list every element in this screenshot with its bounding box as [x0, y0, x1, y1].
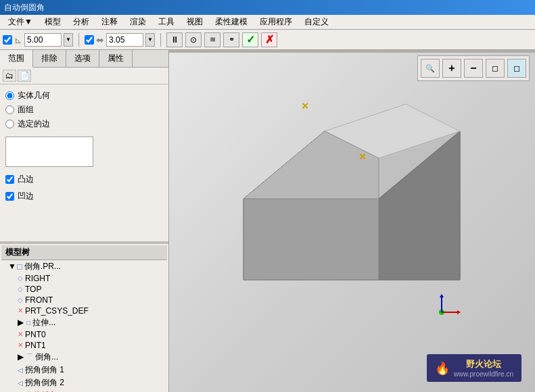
plane-icon-right: ◇	[18, 274, 23, 282]
tree-item-round[interactable]: ▶ ⌒ 倒角...	[16, 351, 167, 364]
viewport-toolbar: 🔍 + − ◻ ◻	[417, 55, 530, 81]
tree-item-chamfer2[interactable]: ◁ 拐角倒角 2	[16, 376, 167, 389]
value-input-2[interactable]: 3.05	[106, 33, 143, 47]
value-input-1[interactable]: 5.00	[24, 33, 62, 47]
tree-item-top[interactable]: ◇ TOP	[16, 284, 167, 295]
radio-surface[interactable]: 面组	[5, 104, 163, 116]
tab-options[interactable]: 选项	[66, 50, 99, 67]
viewport[interactable]: ✕ ✕ 🔍 + − ◻ ◻ 🔥 野火论坛	[169, 50, 535, 392]
tree-item-front[interactable]: ◇ FRONT	[16, 295, 167, 305]
model-tree: 模型树 ▼ □ 倒角.PR... ◇ RIGHT ◇ TOP	[0, 244, 168, 393]
svg-marker-8	[457, 310, 461, 314]
title-text: 自动倒圆角	[4, 2, 45, 14]
icon-btn-1[interactable]: 🗂	[3, 70, 16, 82]
csys-icon: ✕	[18, 307, 23, 314]
concave-label: 凹边	[18, 191, 34, 202]
tree-item-extrude[interactable]: ▶ □ 拉伸...	[16, 316, 167, 329]
menu-custom[interactable]: 自定义	[299, 15, 334, 29]
radio-selected-edges[interactable]: 选定的边	[5, 118, 163, 130]
model-tree-label: 模型树	[1, 245, 167, 260]
dropdown-arrow-2[interactable]: ▼	[145, 33, 155, 47]
icon-toolbar: 🗂 📄	[0, 68, 168, 84]
toolbar-group-2: ⬌ 3.05 ▼	[85, 33, 155, 47]
radio-solid-geometry[interactable]: 实体几何	[5, 90, 163, 101]
separator-2	[160, 33, 161, 47]
checkbox-2[interactable]	[85, 35, 94, 45]
vp-zoom-in[interactable]: +	[442, 59, 461, 78]
tree-label-root: 倒角.PR...	[24, 261, 61, 272]
plane-icon-front: ◇	[18, 296, 23, 303]
menu-apps[interactable]: 应用程序	[254, 15, 298, 29]
menu-annotate[interactable]: 注释	[96, 15, 123, 29]
menu-file[interactable]: 文件▼	[3, 15, 38, 29]
tree-item-prt[interactable]: ✕ PRT_CSYS_DEF	[16, 305, 167, 316]
menu-bar: 文件▼ 模型 分析 注释 渲染 工具 视图 柔性建模 应用程序 自定义	[0, 15, 535, 30]
menu-model[interactable]: 模型	[39, 15, 66, 29]
coord-axes	[423, 294, 461, 331]
menu-analyze[interactable]: 分析	[68, 15, 95, 29]
marker-x-1: ✕	[301, 101, 309, 112]
tree-label-front: FRONT	[25, 295, 53, 305]
tree-item-pnt1[interactable]: ✕ PNT1	[16, 340, 167, 351]
root-icon: □	[17, 262, 22, 272]
watermark: 🔥 野火论坛 www.proewildfire.cn	[427, 354, 521, 382]
tree-label-right: RIGHT	[25, 274, 50, 283]
vp-view-3d[interactable]: ◻	[486, 59, 505, 78]
pause-button[interactable]: ⏸	[166, 32, 183, 47]
pnt1-icon: ✕	[18, 341, 23, 349]
wavy-button[interactable]: ≋	[204, 32, 220, 47]
vp-zoom-out[interactable]: −	[464, 59, 483, 78]
selection-box[interactable]	[5, 137, 93, 167]
tab-exclude[interactable]: 排除	[33, 50, 66, 67]
link-button[interactable]: ⚭	[223, 32, 239, 47]
concave-checkbox[interactable]	[5, 192, 14, 201]
radio-label-solid: 实体几何	[18, 90, 50, 101]
vp-view-shade[interactable]: ◻	[507, 59, 526, 78]
toolbar: ⊾ 5.00 ▼ ⬌ 3.05 ▼ ⏸ ⊙ ≋ ⚭ ✓ ✗	[0, 30, 535, 50]
tabs: 范围 排除 选项 属性	[0, 50, 168, 68]
cancel-button[interactable]: ✗	[261, 32, 277, 47]
tree-label-pnt1: PNT1	[25, 341, 46, 350]
tree-label-chamfer1: 拐角倒角 1	[25, 364, 64, 376]
chamfer1-icon: ◁	[18, 366, 23, 374]
viewport-drag-handle[interactable]	[169, 50, 535, 53]
tree-item-pnt0[interactable]: ✕ PNT0	[16, 329, 167, 340]
svg-marker-10	[440, 294, 444, 297]
convex-checkbox-item: 凸边	[5, 174, 163, 185]
vp-zoom-fit[interactable]: 🔍	[421, 59, 440, 78]
expand-root: ▼	[8, 262, 15, 271]
tree-items: ▼ □ 倒角.PR... ◇ RIGHT ◇ TOP ◇ FRONT	[1, 260, 167, 393]
checkbox-1[interactable]	[3, 35, 12, 45]
icon-btn-2[interactable]: 📄	[18, 70, 31, 82]
tab-scope[interactable]: 范围	[0, 50, 33, 68]
convex-checkbox[interactable]	[5, 175, 14, 184]
tab-properties[interactable]: 属性	[99, 50, 133, 67]
tree-label-insert: 在此插入	[25, 390, 57, 393]
svg-marker-4	[243, 199, 379, 280]
watermark-title: 野火论坛	[454, 358, 513, 370]
confirm-button[interactable]: ✓	[242, 32, 258, 47]
tree-item-root[interactable]: ▼ □ 倒角.PR...	[7, 260, 167, 273]
concave-checkbox-item: 凹边	[5, 191, 163, 202]
tree-item-insert[interactable]: ➤ 在此插入	[16, 389, 167, 393]
menu-tools[interactable]: 工具	[153, 15, 180, 29]
tree-label-prt: PRT_CSYS_DEF	[25, 306, 89, 316]
chamfer2-icon: ◁	[18, 379, 23, 387]
tree-item-right[interactable]: ◇ RIGHT	[16, 273, 167, 284]
tree-children: ◇ RIGHT ◇ TOP ◇ FRONT ✕ PRT_CSYS_DEF	[7, 273, 167, 393]
tree-label-pnt0: PNT0	[25, 330, 46, 339]
tree-label-top: TOP	[25, 285, 41, 294]
radio-group: 实体几何 面组 选定的边	[5, 90, 163, 130]
main-content: 范围 排除 选项 属性 🗂 📄 实体几何 面组	[0, 50, 535, 392]
dropdown-arrow-1[interactable]: ▼	[64, 33, 73, 47]
menu-render[interactable]: 渲染	[124, 15, 152, 29]
tree-item-chamfer1[interactable]: ◁ 拐角倒角 1	[16, 364, 167, 376]
toolbar-group-1: ⊾ 5.00 ▼	[3, 33, 73, 47]
expand-round: ▶	[18, 352, 24, 362]
menu-view[interactable]: 视图	[181, 15, 208, 29]
menu-flex[interactable]: 柔性建模	[210, 15, 253, 29]
separator-1	[78, 33, 79, 47]
panel-content: 实体几何 面组 选定的边 凸边 凹边	[0, 84, 168, 241]
radio-label-edges: 选定的边	[18, 118, 50, 130]
circle-button[interactable]: ⊙	[185, 32, 202, 47]
